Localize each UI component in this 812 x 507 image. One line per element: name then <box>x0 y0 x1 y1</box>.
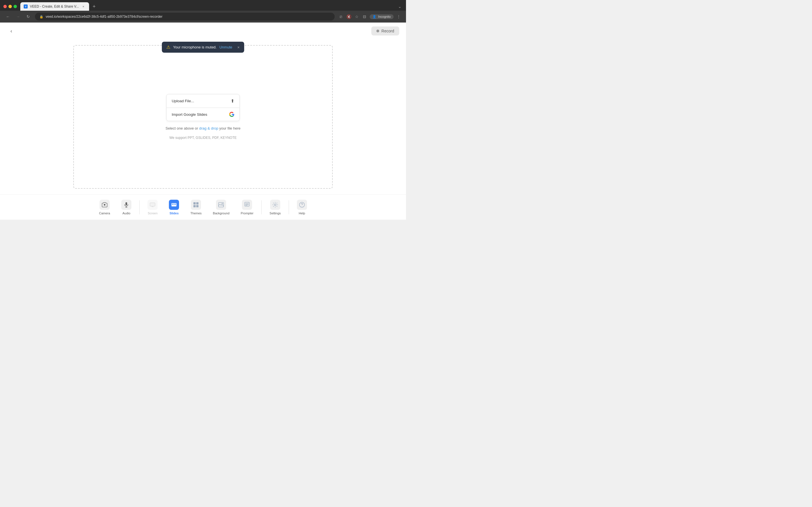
import-google-slides-option[interactable]: Import Google Slides <box>167 108 239 121</box>
prompter-label: Prompter <box>241 212 253 215</box>
svg-rect-8 <box>174 204 176 205</box>
toolbar-slides[interactable]: Slides <box>163 198 185 217</box>
app-header: ‹ Record <box>0 22 406 40</box>
slides-label: Slides <box>169 212 179 215</box>
close-window-button[interactable] <box>3 5 7 8</box>
browser-toolbar-right: ⎚ 🔇 ☆ ⊟ 👤 Incognito ⋮ <box>338 14 402 19</box>
svg-rect-0 <box>125 202 127 205</box>
toolbar-background[interactable]: Background <box>207 198 235 217</box>
prompter-icon <box>242 200 252 210</box>
active-tab[interactable]: V VEED - Create, Edit & Share V... × <box>20 2 89 11</box>
tab-bar: V VEED - Create, Edit & Share V... × + ⌄ <box>0 0 406 11</box>
svg-rect-12 <box>193 205 196 207</box>
warning-icon: ⚠ <box>166 45 170 50</box>
helper-suffix: your file here <box>218 126 241 130</box>
themes-icon <box>191 200 201 210</box>
record-dot-icon <box>376 30 379 33</box>
browser-chrome: V VEED - Create, Edit & Share V... × + ⌄… <box>0 0 406 22</box>
toolbar-camera[interactable]: Camera <box>93 198 116 217</box>
toolbar-divider-1 <box>139 200 140 214</box>
menu-icon[interactable]: ⋮ <box>396 14 402 19</box>
record-label: Record <box>382 29 394 33</box>
mute-icon[interactable]: 🔇 <box>346 14 352 19</box>
back-button[interactable]: ‹ <box>7 26 16 36</box>
toolbar-help[interactable]: Help <box>291 198 313 217</box>
address-field[interactable]: 🔒 veed.io/workspaces/22ce6d2f-38c5-4df1-… <box>35 13 335 20</box>
muted-message: Your microphone is muted. <box>173 45 216 49</box>
upload-container: Upload File... ⬆ Import Google Slides <box>165 94 241 140</box>
helper-text: Select one above or drag & drop your fil… <box>165 126 241 131</box>
toolbar-screen[interactable]: Screen <box>142 198 163 217</box>
split-screen-icon[interactable]: ⊟ <box>362 14 367 19</box>
svg-point-15 <box>221 203 223 204</box>
slides-icon <box>169 200 179 210</box>
incognito-badge: 👤 Incognito <box>370 14 394 19</box>
back-navigation-button[interactable]: ← <box>4 13 11 20</box>
svg-rect-16 <box>245 202 249 206</box>
import-google-label: Import Google Slides <box>172 112 207 117</box>
tab-close-button[interactable]: × <box>81 4 86 9</box>
incognito-label: Incognito <box>378 15 391 18</box>
svg-point-20 <box>274 204 276 206</box>
svg-rect-3 <box>150 203 155 206</box>
camera-icon <box>100 200 110 210</box>
main-area: Upload File... ⬆ Import Google Slides <box>0 40 406 194</box>
help-icon <box>297 200 307 210</box>
themes-label: Themes <box>190 212 202 215</box>
svg-rect-6 <box>171 203 176 207</box>
screen-label: Screen <box>148 212 158 215</box>
background-label: Background <box>213 212 230 215</box>
help-label: Help <box>299 212 305 215</box>
incognito-icon: 👤 <box>372 15 376 18</box>
reload-button[interactable]: ↻ <box>25 13 32 20</box>
slide-upload-area[interactable]: Upload File... ⬆ Import Google Slides <box>73 45 333 189</box>
upload-options: Upload File... ⬆ Import Google Slides <box>166 94 240 121</box>
drag-drop-link[interactable]: drag & drop <box>199 126 218 130</box>
minimize-window-button[interactable] <box>8 5 12 8</box>
cast-icon[interactable]: ⎚ <box>338 14 344 19</box>
address-bar: ← → ↻ 🔒 veed.io/workspaces/22ce6d2f-38c5… <box>0 11 406 22</box>
toolbar-divider-2 <box>261 200 262 214</box>
record-button[interactable]: Record <box>371 26 399 36</box>
bottom-toolbar: Camera Audio <box>0 194 406 220</box>
new-tab-button[interactable]: + <box>90 3 98 10</box>
traffic-lights <box>3 5 17 8</box>
svg-rect-10 <box>193 202 196 205</box>
helper-prefix: Select one above or <box>165 126 199 130</box>
back-arrow-icon: ‹ <box>10 28 12 34</box>
tab-favicon: V <box>24 4 28 8</box>
maximize-window-button[interactable] <box>13 5 17 8</box>
bookmarks-icon[interactable]: ☆ <box>354 14 359 19</box>
svg-point-22 <box>302 206 302 207</box>
svg-rect-9 <box>172 205 176 206</box>
settings-icon <box>270 200 280 210</box>
toolbar-settings[interactable]: Settings <box>264 198 287 217</box>
forward-navigation-button[interactable]: → <box>15 13 21 20</box>
upload-file-label: Upload File... <box>172 99 194 103</box>
camera-label: Camera <box>99 212 110 215</box>
support-text: We support PPT, GSLIDES, PDF, KEYNOTE <box>169 136 237 140</box>
microphone-muted-banner: ⚠ Your microphone is muted. Unmute × <box>162 42 244 53</box>
svg-rect-7 <box>172 204 174 205</box>
toolbar-audio[interactable]: Audio <box>116 198 137 217</box>
toolbar-prompter[interactable]: Prompter <box>235 198 259 217</box>
app-content: ‹ Record ⚠ Your microphone is muted. Unm… <box>0 22 406 220</box>
lock-icon: 🔒 <box>40 15 43 18</box>
tabs-menu-icon[interactable]: ⌄ <box>397 4 403 9</box>
upload-file-option[interactable]: Upload File... ⬆ <box>167 94 239 108</box>
unmute-link[interactable]: Unmute <box>219 45 232 49</box>
svg-rect-13 <box>196 205 199 207</box>
toolbar-themes[interactable]: Themes <box>185 198 207 217</box>
toolbar-divider-3 <box>289 200 289 214</box>
banner-close-button[interactable]: × <box>238 45 240 50</box>
settings-label: Settings <box>269 212 281 215</box>
tab-title: VEED - Create, Edit & Share V... <box>30 4 79 8</box>
upload-file-icon: ⬆ <box>231 98 234 104</box>
google-icon <box>229 112 234 117</box>
svg-rect-11 <box>196 202 199 205</box>
background-icon <box>216 200 226 210</box>
screen-icon <box>147 200 158 210</box>
audio-icon <box>121 200 132 210</box>
audio-label: Audio <box>122 212 130 215</box>
tab-bar-right: ⌄ <box>397 4 403 9</box>
